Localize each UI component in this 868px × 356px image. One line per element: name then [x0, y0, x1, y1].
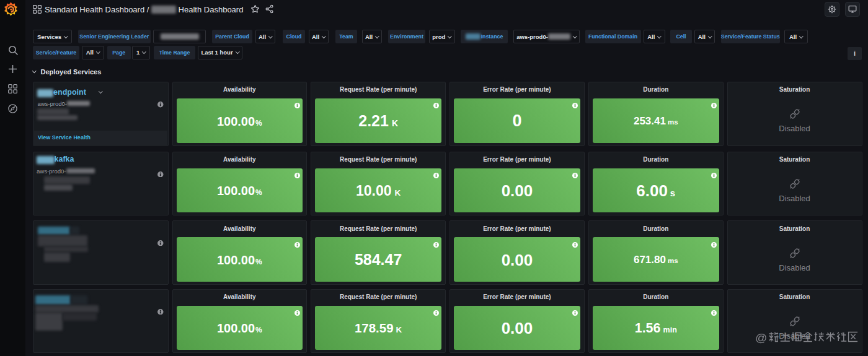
svg-text:@: @	[755, 331, 767, 344]
